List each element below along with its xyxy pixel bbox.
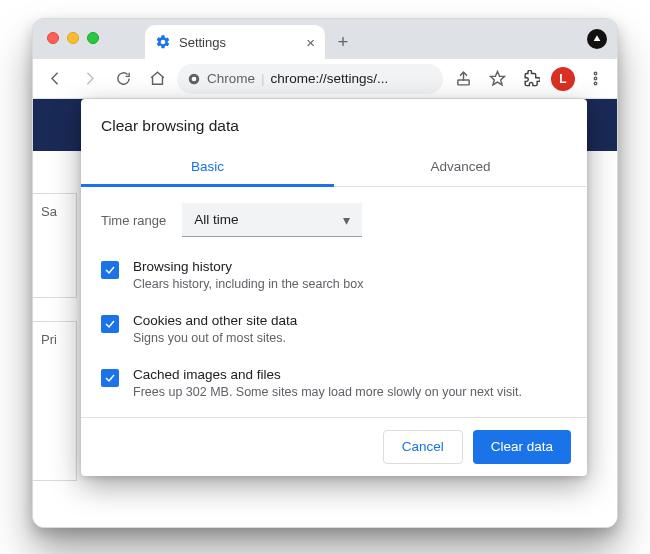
checkbox-cache[interactable] <box>101 369 119 387</box>
toolbar: Chrome | chrome://settings/... L <box>33 59 617 99</box>
svg-point-1 <box>192 76 197 81</box>
time-range-select[interactable]: All time ▾ <box>182 203 362 237</box>
tab-advanced[interactable]: Advanced <box>334 149 587 186</box>
bg-panel2-text: Pri <box>41 332 57 347</box>
list-item: Cookies and other site data Signs you ou… <box>93 303 575 357</box>
incognito-indicator-icon[interactable] <box>587 29 607 49</box>
clear-browsing-data-dialog: Clear browsing data Basic Advanced Time … <box>81 99 587 476</box>
list-item: Browsing history Clears history, includi… <box>93 249 575 303</box>
time-range-row: Time range All time ▾ <box>81 187 587 245</box>
window-minimize-button[interactable] <box>67 32 79 44</box>
bg-panel1-text: Sa <box>41 204 57 219</box>
tab-title: Settings <box>179 35 298 50</box>
reload-button[interactable] <box>109 65 137 93</box>
checkbox-list: Browsing history Clears history, includi… <box>81 245 587 417</box>
omnibox-separator: | <box>261 71 265 86</box>
omnibox[interactable]: Chrome | chrome://settings/... <box>177 64 443 94</box>
extensions-button[interactable] <box>517 65 545 93</box>
svg-point-6 <box>594 82 597 85</box>
background-panel-2: Pri <box>33 321 77 481</box>
cancel-button[interactable]: Cancel <box>383 430 463 464</box>
item-title: Browsing history <box>133 259 363 276</box>
bookmark-button[interactable] <box>483 65 511 93</box>
chevron-down-icon: ▾ <box>343 212 350 228</box>
share-button[interactable] <box>449 65 477 93</box>
item-title: Cached images and files <box>133 367 522 384</box>
forward-button[interactable] <box>75 65 103 93</box>
home-button[interactable] <box>143 65 171 93</box>
titlebar: Settings × + <box>33 19 617 59</box>
window-maximize-button[interactable] <box>87 32 99 44</box>
profile-avatar[interactable]: L <box>551 67 575 91</box>
browser-window: Settings × + Chrome | chrome://settings/… <box>32 18 618 528</box>
list-item: Cached images and files Frees up 302 MB.… <box>93 357 575 411</box>
browser-tab[interactable]: Settings × <box>145 25 325 59</box>
window-controls <box>47 32 99 44</box>
checkbox-browsing-history[interactable] <box>101 261 119 279</box>
clear-data-button[interactable]: Clear data <box>473 430 571 464</box>
chrome-icon <box>187 72 201 86</box>
dialog-tabs: Basic Advanced <box>81 149 587 187</box>
omnibox-url: chrome://settings/... <box>271 71 389 86</box>
svg-rect-2 <box>457 80 468 85</box>
new-tab-button[interactable]: + <box>329 28 357 56</box>
dialog-footer: Cancel Clear data <box>81 417 587 476</box>
avatar-letter: L <box>559 72 566 86</box>
window-close-button[interactable] <box>47 32 59 44</box>
gear-icon <box>155 34 171 50</box>
svg-point-4 <box>594 72 597 75</box>
dialog-title: Clear browsing data <box>81 99 587 149</box>
checkbox-cookies[interactable] <box>101 315 119 333</box>
svg-marker-3 <box>490 71 504 84</box>
omnibox-label: Chrome <box>207 71 255 86</box>
background-panel-1: Sa <box>33 193 77 298</box>
back-button[interactable] <box>41 65 69 93</box>
menu-button[interactable] <box>581 65 609 93</box>
item-desc: Signs you out of most sites. <box>133 330 297 347</box>
time-range-label: Time range <box>101 213 166 228</box>
item-desc: Frees up 302 MB. Some sites may load mor… <box>133 384 522 401</box>
page-area: Sa Pri Clear browsing data Basic Advance… <box>33 99 617 527</box>
item-title: Cookies and other site data <box>133 313 297 330</box>
svg-point-5 <box>594 77 597 80</box>
tab-close-icon[interactable]: × <box>306 35 315 50</box>
tab-basic[interactable]: Basic <box>81 149 334 186</box>
item-desc: Clears history, including in the search … <box>133 276 363 293</box>
time-range-value: All time <box>194 212 238 227</box>
